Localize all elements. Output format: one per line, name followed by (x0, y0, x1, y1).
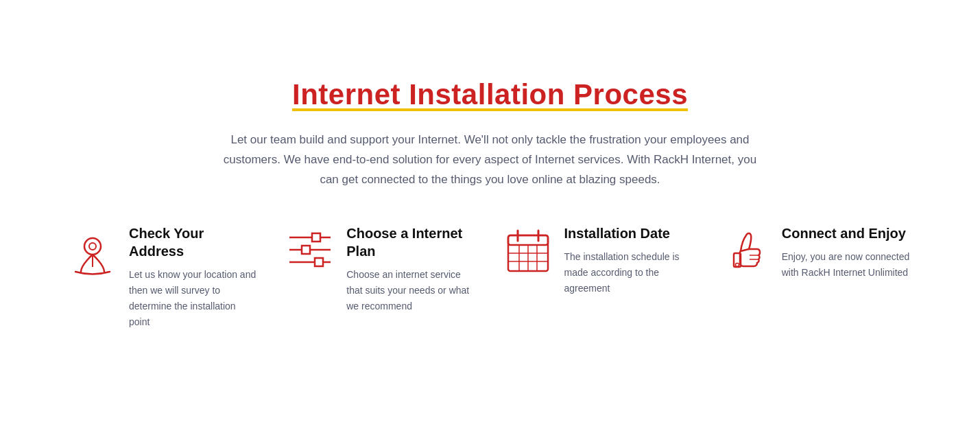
thumbsup-icon (721, 227, 769, 279)
page-description: Let our team build and support your Inte… (223, 130, 758, 190)
sliders-icon (286, 227, 334, 272)
step-installation-date-description: The installation schedule is made accord… (564, 249, 694, 296)
step-choose-plan-content: Choose a Internet Plan Choose an interne… (346, 224, 476, 314)
page-container: Internet Installation Process Let our te… (0, 51, 980, 371)
steps-container: Check Your Address Let us know your loca… (55, 224, 925, 330)
step-installation-date-content: Installation Date The installation sched… (564, 224, 694, 296)
step-check-address-title: Check Your Address (129, 224, 259, 260)
step-check-address-description: Let us know your location and then we wi… (129, 267, 259, 330)
step-connect-enjoy-description: Enjoy, you are now connected with RackH … (782, 249, 911, 281)
svg-point-20 (735, 263, 739, 266)
calendar-icon (504, 227, 552, 275)
svg-rect-7 (315, 258, 323, 266)
step-installation-date: Installation Date The installation sched… (490, 224, 708, 296)
svg-point-0 (84, 238, 101, 255)
step-connect-enjoy-content: Connect and Enjoy Enjoy, you are now con… (782, 224, 911, 281)
step-connect-enjoy: Connect and Enjoy Enjoy, you are now con… (708, 224, 925, 281)
step-installation-date-title: Installation Date (564, 224, 694, 242)
location-pin-icon (69, 227, 117, 282)
step-check-address: Check Your Address Let us know your loca… (55, 224, 272, 330)
step-choose-plan-title: Choose a Internet Plan (346, 224, 476, 260)
step-connect-enjoy-title: Connect and Enjoy (782, 224, 911, 242)
svg-rect-3 (312, 233, 320, 242)
step-choose-plan-description: Choose an internet service that suits yo… (346, 267, 476, 314)
svg-point-1 (89, 243, 96, 250)
svg-rect-9 (508, 235, 548, 245)
step-check-address-content: Check Your Address Let us know your loca… (129, 224, 259, 330)
page-title: Internet Installation Process (55, 78, 925, 111)
step-choose-plan: Choose a Internet Plan Choose an interne… (272, 224, 490, 314)
svg-rect-5 (302, 246, 310, 254)
